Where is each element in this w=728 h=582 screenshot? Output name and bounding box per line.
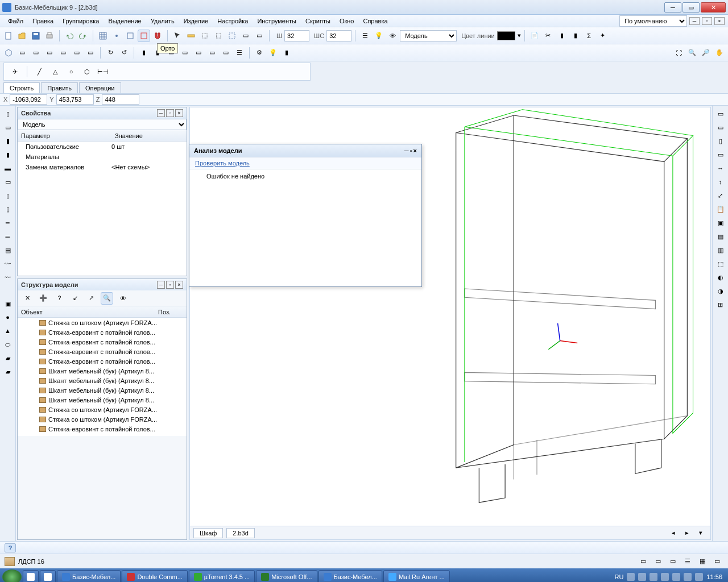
tray-icon[interactable] — [684, 573, 692, 581]
taskbar-item[interactable]: Double Comm... — [122, 570, 187, 582]
close-button[interactable]: ✕ — [701, 2, 726, 13]
help-icon[interactable]: ？ — [53, 292, 65, 305]
tree-item[interactable]: Стяжка со штоком (Артикул FORZA... — [18, 318, 187, 327]
sphere-icon[interactable]: ● — [2, 311, 14, 323]
taskbar-item[interactable]: Microsoft Off... — [256, 570, 317, 582]
tool-icon[interactable]: ✦ — [597, 30, 609, 42]
print-button[interactable] — [43, 30, 56, 42]
tree-item[interactable]: Стяжка-евровинт с потайной голов... — [18, 434, 187, 436]
tray-icon[interactable] — [695, 573, 703, 581]
tool-icon[interactable]: ⤢ — [715, 190, 726, 201]
mdi-close-button[interactable]: × — [714, 17, 725, 25]
tool-icon[interactable]: ⊞ — [715, 299, 726, 310]
drawer-icon[interactable]: ▤ — [2, 244, 14, 256]
select-button[interactable]: ▭ — [239, 30, 252, 42]
doc-tab[interactable]: 2.b3d — [226, 528, 255, 538]
property-row[interactable]: Замена материалов<Нет схемы> — [18, 162, 187, 172]
status-icon[interactable]: ☰ — [681, 555, 694, 568]
material-icon[interactable]: ▮ — [280, 47, 293, 59]
line-color-swatch[interactable] — [497, 31, 515, 40]
menu-file[interactable]: Файл — [3, 16, 28, 26]
tab-next-button[interactable]: ▸ — [681, 527, 693, 539]
view-top-button[interactable]: ▭ — [43, 47, 56, 59]
tool-icon[interactable]: ◐ — [715, 272, 726, 283]
zoom-fit-button[interactable]: ⛶ — [672, 47, 685, 59]
property-row[interactable]: Материалы — [18, 152, 187, 162]
structure-tree[interactable]: Стяжка со штоком (Артикул FORZA...Стяжка… — [18, 318, 187, 436]
measure-button[interactable] — [185, 30, 197, 42]
tree-item[interactable]: Стяжка-евровинт с потайной голов... — [18, 327, 187, 337]
panel-close-button[interactable]: × — [175, 109, 183, 117]
tree-item[interactable]: Шкант мебельный (бук) (Артикул 8... — [18, 366, 187, 376]
tray-icon[interactable] — [672, 573, 680, 581]
new-button[interactable] — [2, 30, 15, 42]
tab-menu-button[interactable]: ▾ — [694, 527, 707, 539]
box-icon[interactable]: ▣ — [2, 298, 14, 309]
tool-icon[interactable]: ▥ — [715, 244, 726, 256]
tool-icon[interactable]: ↔ — [715, 163, 726, 174]
panel-icon[interactable]: ▭ — [220, 47, 232, 59]
collapse-icon[interactable]: ↙ — [69, 292, 81, 305]
panel-dock-button[interactable]: ▫ — [166, 109, 174, 117]
taskbar-item[interactable]: Базис-Мебел... — [318, 570, 382, 582]
angle-tool-button[interactable]: △ — [49, 65, 61, 78]
tab-build[interactable]: Строить — [3, 82, 40, 93]
snap-point-button[interactable] — [110, 30, 123, 42]
panel-icon[interactable]: ▭ — [206, 47, 218, 59]
tree-item[interactable]: Стяжка со штоком (Артикул FORZA... — [18, 414, 187, 424]
search-icon[interactable]: 🔍 — [101, 292, 113, 305]
properties-object-select[interactable]: Модель — [18, 119, 187, 130]
dimension-tool-button[interactable]: ⊢⊣ — [97, 65, 109, 78]
status-icon[interactable]: ▭ — [637, 555, 650, 568]
view-button[interactable]: ▭ — [84, 47, 97, 59]
shape-icon[interactable]: ▰ — [2, 366, 14, 377]
panel-vert-icon[interactable]: ▯ — [2, 108, 14, 119]
doc-tab[interactable]: Шкаф — [193, 528, 223, 538]
dropdown-icon[interactable]: ▾ — [518, 32, 521, 39]
panel-icon[interactable]: ▯ — [2, 190, 14, 201]
pan-button[interactable]: ✋ — [713, 47, 726, 59]
profile-icon[interactable]: 〰 — [2, 258, 14, 269]
profile-icon[interactable]: 〰 — [2, 272, 14, 283]
taskbar-item[interactable]: Базис-Мебел... — [57, 570, 121, 582]
tree-item[interactable]: Стяжка-евровинт с потайной голов... — [18, 347, 187, 356]
taskbar-item[interactable]: Mail.Ru Агент ... — [383, 570, 450, 582]
panel-icon[interactable]: ▭ — [192, 47, 205, 59]
tool-icon[interactable]: ⬚ — [212, 30, 225, 42]
tool-icon[interactable]: ▭ — [715, 149, 726, 160]
mdi-minimize-button[interactable]: ─ — [689, 17, 700, 25]
tool-icon[interactable]: ▯ — [715, 135, 726, 147]
zoom-in-button[interactable]: 🔎 — [700, 47, 712, 59]
property-row[interactable]: Пользовательские0 шт — [18, 142, 187, 152]
view-back-button[interactable]: ▭ — [57, 47, 69, 59]
tree-item[interactable]: Шкант мебельный (бук) (Артикул 8... — [18, 395, 187, 405]
edge-icon[interactable]: ━ — [2, 217, 14, 228]
panel-horiz-icon[interactable]: ▭ — [2, 122, 14, 133]
draw-tool-icon[interactable]: ✈ — [9, 65, 21, 78]
tool-icon[interactable]: ↕ — [715, 176, 726, 188]
panel-close-button[interactable]: × — [175, 281, 183, 289]
tray-icon[interactable] — [650, 573, 657, 581]
menu-group[interactable]: Группировка — [58, 16, 104, 26]
language-indicator[interactable]: RU — [615, 573, 624, 580]
menu-settings[interactable]: Настройка — [213, 16, 253, 26]
add-icon[interactable]: ➕ — [37, 292, 49, 305]
tree-item[interactable]: Стяжка-евровинт с потайной голов... — [18, 337, 187, 347]
tab-prev-button[interactable]: ◂ — [667, 527, 680, 539]
tray-icon[interactable] — [638, 573, 646, 581]
circle-tool-button[interactable]: ○ — [65, 65, 77, 78]
sum-button[interactable]: Σ — [583, 30, 595, 42]
width-input[interactable] — [284, 30, 309, 41]
y-input[interactable] — [56, 94, 94, 105]
menu-edit[interactable]: Правка — [28, 16, 58, 26]
open-button[interactable] — [16, 30, 28, 42]
layer-icon[interactable]: ☰ — [359, 30, 371, 42]
settings-icon[interactable]: ⚙ — [253, 47, 266, 59]
dialog-minimize-button[interactable]: ─ — [404, 147, 409, 154]
tray-icon[interactable] — [661, 573, 669, 581]
x-input[interactable] — [10, 94, 47, 105]
menu-select[interactable]: Выделение — [104, 16, 146, 26]
panel-icon[interactable]: ▯ — [2, 203, 14, 215]
cylinder-icon[interactable]: ⬭ — [2, 339, 14, 350]
tab-operations[interactable]: Операции — [79, 82, 121, 93]
